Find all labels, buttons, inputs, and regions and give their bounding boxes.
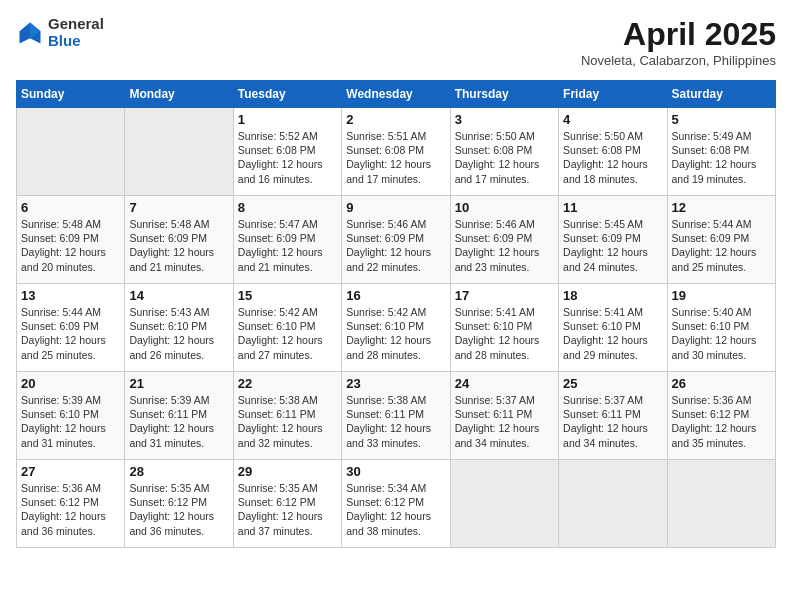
month-year-title: April 2025 — [581, 16, 776, 53]
day-number: 19 — [672, 288, 771, 303]
day-number: 7 — [129, 200, 228, 215]
weekday-header-saturday: Saturday — [667, 81, 775, 108]
calendar-cell: 8Sunrise: 5:47 AMSunset: 6:09 PMDaylight… — [233, 196, 341, 284]
calendar-cell: 9Sunrise: 5:46 AMSunset: 6:09 PMDaylight… — [342, 196, 450, 284]
logo-line1: General — [48, 16, 104, 33]
calendar-cell: 28Sunrise: 5:35 AMSunset: 6:12 PMDayligh… — [125, 460, 233, 548]
weekday-header-monday: Monday — [125, 81, 233, 108]
day-number: 16 — [346, 288, 445, 303]
day-info: Sunrise: 5:48 AMSunset: 6:09 PMDaylight:… — [129, 217, 228, 274]
day-info: Sunrise: 5:36 AMSunset: 6:12 PMDaylight:… — [672, 393, 771, 450]
calendar-cell: 17Sunrise: 5:41 AMSunset: 6:10 PMDayligh… — [450, 284, 558, 372]
day-info: Sunrise: 5:37 AMSunset: 6:11 PMDaylight:… — [455, 393, 554, 450]
day-info: Sunrise: 5:35 AMSunset: 6:12 PMDaylight:… — [129, 481, 228, 538]
day-info: Sunrise: 5:34 AMSunset: 6:12 PMDaylight:… — [346, 481, 445, 538]
day-number: 18 — [563, 288, 662, 303]
day-info: Sunrise: 5:44 AMSunset: 6:09 PMDaylight:… — [672, 217, 771, 274]
calendar-cell: 19Sunrise: 5:40 AMSunset: 6:10 PMDayligh… — [667, 284, 775, 372]
day-number: 6 — [21, 200, 120, 215]
day-number: 13 — [21, 288, 120, 303]
weekday-header-wednesday: Wednesday — [342, 81, 450, 108]
day-info: Sunrise: 5:41 AMSunset: 6:10 PMDaylight:… — [563, 305, 662, 362]
day-info: Sunrise: 5:49 AMSunset: 6:08 PMDaylight:… — [672, 129, 771, 186]
calendar-cell: 15Sunrise: 5:42 AMSunset: 6:10 PMDayligh… — [233, 284, 341, 372]
day-number: 3 — [455, 112, 554, 127]
weekday-header-thursday: Thursday — [450, 81, 558, 108]
calendar-cell: 11Sunrise: 5:45 AMSunset: 6:09 PMDayligh… — [559, 196, 667, 284]
weekday-header-friday: Friday — [559, 81, 667, 108]
day-number: 14 — [129, 288, 228, 303]
calendar-cell — [559, 460, 667, 548]
page-header: General Blue April 2025 Noveleta, Calaba… — [16, 16, 776, 68]
day-info: Sunrise: 5:38 AMSunset: 6:11 PMDaylight:… — [238, 393, 337, 450]
day-number: 28 — [129, 464, 228, 479]
calendar-week-row: 1Sunrise: 5:52 AMSunset: 6:08 PMDaylight… — [17, 108, 776, 196]
logo-line2: Blue — [48, 33, 104, 50]
calendar-week-row: 27Sunrise: 5:36 AMSunset: 6:12 PMDayligh… — [17, 460, 776, 548]
calendar-cell: 14Sunrise: 5:43 AMSunset: 6:10 PMDayligh… — [125, 284, 233, 372]
weekday-header-sunday: Sunday — [17, 81, 125, 108]
calendar-cell — [450, 460, 558, 548]
calendar-week-row: 20Sunrise: 5:39 AMSunset: 6:10 PMDayligh… — [17, 372, 776, 460]
calendar-cell: 6Sunrise: 5:48 AMSunset: 6:09 PMDaylight… — [17, 196, 125, 284]
day-info: Sunrise: 5:46 AMSunset: 6:09 PMDaylight:… — [346, 217, 445, 274]
calendar-cell — [667, 460, 775, 548]
calendar-cell: 29Sunrise: 5:35 AMSunset: 6:12 PMDayligh… — [233, 460, 341, 548]
calendar-header-row: SundayMondayTuesdayWednesdayThursdayFrid… — [17, 81, 776, 108]
calendar-cell: 5Sunrise: 5:49 AMSunset: 6:08 PMDaylight… — [667, 108, 775, 196]
day-number: 15 — [238, 288, 337, 303]
day-info: Sunrise: 5:51 AMSunset: 6:08 PMDaylight:… — [346, 129, 445, 186]
day-number: 9 — [346, 200, 445, 215]
day-number: 1 — [238, 112, 337, 127]
day-info: Sunrise: 5:41 AMSunset: 6:10 PMDaylight:… — [455, 305, 554, 362]
day-info: Sunrise: 5:45 AMSunset: 6:09 PMDaylight:… — [563, 217, 662, 274]
day-info: Sunrise: 5:38 AMSunset: 6:11 PMDaylight:… — [346, 393, 445, 450]
calendar-week-row: 6Sunrise: 5:48 AMSunset: 6:09 PMDaylight… — [17, 196, 776, 284]
calendar-cell: 2Sunrise: 5:51 AMSunset: 6:08 PMDaylight… — [342, 108, 450, 196]
logo-icon — [16, 19, 44, 47]
day-info: Sunrise: 5:44 AMSunset: 6:09 PMDaylight:… — [21, 305, 120, 362]
calendar-cell: 27Sunrise: 5:36 AMSunset: 6:12 PMDayligh… — [17, 460, 125, 548]
day-number: 8 — [238, 200, 337, 215]
calendar-cell: 1Sunrise: 5:52 AMSunset: 6:08 PMDaylight… — [233, 108, 341, 196]
calendar-cell: 30Sunrise: 5:34 AMSunset: 6:12 PMDayligh… — [342, 460, 450, 548]
day-info: Sunrise: 5:52 AMSunset: 6:08 PMDaylight:… — [238, 129, 337, 186]
day-number: 22 — [238, 376, 337, 391]
day-info: Sunrise: 5:43 AMSunset: 6:10 PMDaylight:… — [129, 305, 228, 362]
day-info: Sunrise: 5:36 AMSunset: 6:12 PMDaylight:… — [21, 481, 120, 538]
day-number: 5 — [672, 112, 771, 127]
day-info: Sunrise: 5:50 AMSunset: 6:08 PMDaylight:… — [563, 129, 662, 186]
day-number: 10 — [455, 200, 554, 215]
calendar-cell: 20Sunrise: 5:39 AMSunset: 6:10 PMDayligh… — [17, 372, 125, 460]
calendar-cell: 22Sunrise: 5:38 AMSunset: 6:11 PMDayligh… — [233, 372, 341, 460]
day-number: 29 — [238, 464, 337, 479]
day-number: 12 — [672, 200, 771, 215]
day-number: 30 — [346, 464, 445, 479]
day-number: 23 — [346, 376, 445, 391]
day-info: Sunrise: 5:35 AMSunset: 6:12 PMDaylight:… — [238, 481, 337, 538]
day-number: 26 — [672, 376, 771, 391]
title-block: April 2025 Noveleta, Calabarzon, Philipp… — [581, 16, 776, 68]
calendar-week-row: 13Sunrise: 5:44 AMSunset: 6:09 PMDayligh… — [17, 284, 776, 372]
calendar-cell — [125, 108, 233, 196]
weekday-header-tuesday: Tuesday — [233, 81, 341, 108]
calendar-cell: 26Sunrise: 5:36 AMSunset: 6:12 PMDayligh… — [667, 372, 775, 460]
calendar-cell: 4Sunrise: 5:50 AMSunset: 6:08 PMDaylight… — [559, 108, 667, 196]
calendar-cell: 21Sunrise: 5:39 AMSunset: 6:11 PMDayligh… — [125, 372, 233, 460]
calendar-cell: 24Sunrise: 5:37 AMSunset: 6:11 PMDayligh… — [450, 372, 558, 460]
day-number: 24 — [455, 376, 554, 391]
logo: General Blue — [16, 16, 104, 49]
day-number: 27 — [21, 464, 120, 479]
day-number: 21 — [129, 376, 228, 391]
day-info: Sunrise: 5:39 AMSunset: 6:10 PMDaylight:… — [21, 393, 120, 450]
calendar-cell: 16Sunrise: 5:42 AMSunset: 6:10 PMDayligh… — [342, 284, 450, 372]
day-number: 2 — [346, 112, 445, 127]
calendar-cell: 3Sunrise: 5:50 AMSunset: 6:08 PMDaylight… — [450, 108, 558, 196]
day-number: 17 — [455, 288, 554, 303]
day-info: Sunrise: 5:39 AMSunset: 6:11 PMDaylight:… — [129, 393, 228, 450]
day-info: Sunrise: 5:40 AMSunset: 6:10 PMDaylight:… — [672, 305, 771, 362]
location-subtitle: Noveleta, Calabarzon, Philippines — [581, 53, 776, 68]
calendar-cell: 7Sunrise: 5:48 AMSunset: 6:09 PMDaylight… — [125, 196, 233, 284]
day-info: Sunrise: 5:47 AMSunset: 6:09 PMDaylight:… — [238, 217, 337, 274]
day-info: Sunrise: 5:37 AMSunset: 6:11 PMDaylight:… — [563, 393, 662, 450]
